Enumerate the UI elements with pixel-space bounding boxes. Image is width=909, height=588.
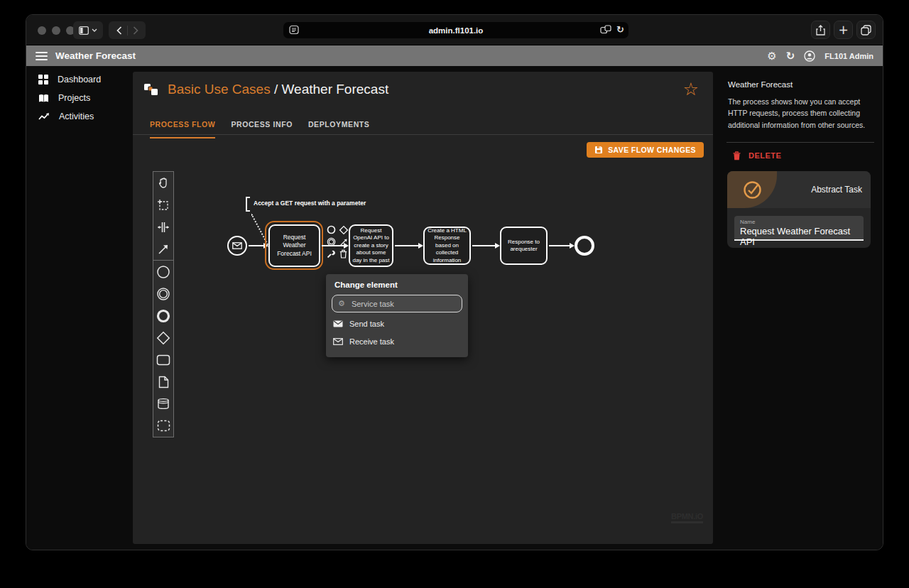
sidebar-toggle-icon bbox=[79, 26, 89, 35]
append-end-event-icon[interactable] bbox=[325, 224, 337, 236]
inspector-title: Weather Forecast bbox=[726, 72, 874, 89]
settings-gear-icon[interactable]: ⚙ bbox=[767, 50, 776, 62]
browser-nav-group bbox=[109, 21, 146, 39]
share-button[interactable] bbox=[811, 21, 830, 39]
minimize-window-button[interactable] bbox=[52, 26, 60, 35]
task-label: Create a HTML Response based on collecte… bbox=[426, 227, 468, 264]
delete-label: DELETE bbox=[749, 151, 781, 160]
change-element-menu: Change element ⚙ Service task Send task … bbox=[326, 274, 468, 357]
sidebar-item-label: Activities bbox=[59, 111, 94, 121]
sequence-flow-4[interactable] bbox=[472, 245, 495, 246]
address-bar[interactable]: admin.fl101.io ↻ bbox=[283, 22, 628, 38]
breadcrumb-current: Weather Forecast bbox=[282, 82, 389, 97]
sidebar-item-dashboard[interactable]: Dashboard bbox=[26, 70, 133, 89]
new-tab-button[interactable]: + bbox=[834, 21, 853, 39]
sequence-flow-3[interactable] bbox=[395, 245, 418, 246]
task-response[interactable]: Response to arequester bbox=[500, 227, 548, 265]
save-icon bbox=[594, 146, 603, 154]
sidebar-item-activities[interactable]: Activities bbox=[26, 107, 133, 126]
task-request-weather[interactable]: Request Weather Forecast API bbox=[268, 224, 320, 267]
element-card: Abstract Task Name Request Weather Forec… bbox=[727, 171, 871, 248]
create-start-event-icon[interactable] bbox=[153, 261, 173, 283]
translate-icon[interactable] bbox=[600, 25, 611, 34]
bpmn-io-watermark[interactable]: BPMN.iO bbox=[671, 512, 703, 523]
name-field[interactable]: Name Request Weather Forecast API bbox=[734, 216, 864, 241]
favorite-star-icon[interactable]: ☆ bbox=[683, 80, 699, 99]
task-create-html[interactable]: Create a HTML Response based on collecte… bbox=[423, 227, 471, 265]
create-task-icon[interactable] bbox=[153, 349, 173, 371]
inspector-description: The process shows how you can accept HTT… bbox=[726, 89, 874, 131]
text-annotation[interactable]: Accept a GET request with a parameter bbox=[246, 197, 366, 212]
hand-tool-icon[interactable] bbox=[153, 172, 173, 194]
trash-icon bbox=[733, 151, 741, 160]
breadcrumb: Basic Use Cases / Weather Forecast bbox=[143, 80, 388, 99]
book-icon bbox=[38, 94, 49, 103]
browser-sidebar-button[interactable] bbox=[73, 21, 103, 39]
app-body: Dashboard Projects Activities bbox=[26, 66, 883, 550]
reload-icon[interactable]: ↻ bbox=[616, 24, 624, 35]
sidebar-item-label: Dashboard bbox=[58, 75, 101, 85]
create-subprocess-icon[interactable] bbox=[153, 415, 173, 437]
task-label: Response to arequester bbox=[503, 239, 545, 254]
end-event[interactable] bbox=[575, 236, 594, 256]
back-button[interactable] bbox=[116, 26, 124, 35]
user-avatar-icon[interactable] bbox=[804, 50, 815, 62]
close-window-button[interactable] bbox=[38, 26, 46, 35]
delete-button[interactable]: DELETE bbox=[726, 143, 874, 160]
global-connect-icon[interactable] bbox=[153, 238, 173, 260]
plus-icon: + bbox=[838, 24, 848, 36]
url-text[interactable]: admin.fl101.io bbox=[283, 26, 628, 35]
tab-overview-button[interactable] bbox=[856, 21, 876, 39]
task-request-openai[interactable]: Request OpenAI API to create a story abo… bbox=[349, 224, 393, 267]
task-label: Request OpenAI API to create a story abo… bbox=[352, 227, 391, 264]
annotation-bracket bbox=[246, 197, 250, 212]
browser-toolbar: admin.fl101.io ↻ + bbox=[26, 15, 883, 45]
create-intermediate-event-icon[interactable] bbox=[153, 283, 173, 305]
forward-button[interactable] bbox=[131, 26, 138, 35]
element-type-badge bbox=[727, 171, 777, 208]
window-controls bbox=[38, 26, 75, 35]
activity-icon bbox=[38, 112, 50, 121]
name-field-value[interactable]: Request Weather Forecast API bbox=[740, 226, 858, 247]
envelope-filled-icon bbox=[333, 320, 343, 327]
create-data-store-icon[interactable] bbox=[153, 393, 173, 415]
name-field-label: Name bbox=[740, 219, 858, 225]
left-sidebar: Dashboard Projects Activities bbox=[26, 70, 133, 126]
envelope-icon bbox=[232, 242, 242, 249]
wrench-icon[interactable] bbox=[325, 248, 337, 260]
breadcrumb-parent-link[interactable]: Basic Use Cases bbox=[168, 82, 271, 97]
refresh-icon[interactable]: ↻ bbox=[786, 50, 795, 62]
trash-icon[interactable] bbox=[337, 248, 349, 260]
task-label: Request Weather Forecast API bbox=[271, 234, 317, 257]
create-data-object-icon[interactable] bbox=[153, 371, 173, 393]
menu-item-send-task[interactable]: Send task bbox=[326, 315, 468, 332]
sidebar-item-projects[interactable]: Projects bbox=[26, 89, 133, 107]
sequence-flow-5[interactable] bbox=[549, 245, 570, 246]
append-gateway-icon[interactable] bbox=[337, 224, 349, 236]
menu-item-label: Send task bbox=[349, 320, 384, 328]
bpmn-palette bbox=[153, 171, 174, 437]
save-flow-changes-button[interactable]: SAVE FLOW CHANGES bbox=[587, 142, 704, 158]
menu-item-label: Service task bbox=[352, 300, 394, 308]
main-panel: Basic Use Cases / Weather Forecast ☆ PRO… bbox=[133, 72, 713, 544]
start-event-message[interactable] bbox=[227, 236, 247, 256]
sequence-flow-1[interactable] bbox=[249, 245, 263, 246]
menu-item-receive-task[interactable]: Receive task bbox=[326, 332, 468, 350]
user-name-label[interactable]: FL101 Admin bbox=[824, 52, 873, 60]
sequence-flow-2[interactable] bbox=[322, 245, 344, 246]
tab-divider bbox=[133, 134, 713, 135]
change-element-title: Change element bbox=[326, 281, 468, 295]
space-tool-icon[interactable] bbox=[153, 216, 173, 238]
reader-icon[interactable] bbox=[289, 25, 299, 35]
app-header: Weather Forecast ⚙ ↻ FL101 Admin bbox=[26, 45, 883, 66]
menu-icon[interactable] bbox=[36, 52, 48, 60]
envelope-outline-icon bbox=[333, 338, 343, 345]
create-end-event-icon[interactable] bbox=[153, 305, 173, 327]
create-gateway-icon[interactable] bbox=[153, 327, 173, 349]
menu-item-service-task[interactable]: ⚙ Service task bbox=[332, 295, 462, 312]
lasso-tool-icon[interactable] bbox=[153, 194, 173, 216]
inspector-panel: Weather Forecast The process shows how y… bbox=[726, 72, 874, 540]
sidebar-item-label: Projects bbox=[58, 93, 90, 103]
annotation-text: Accept a GET request with a parameter bbox=[254, 197, 366, 212]
browser-window: admin.fl101.io ↻ + Weather Forecast ⚙ ↻ bbox=[26, 14, 883, 550]
